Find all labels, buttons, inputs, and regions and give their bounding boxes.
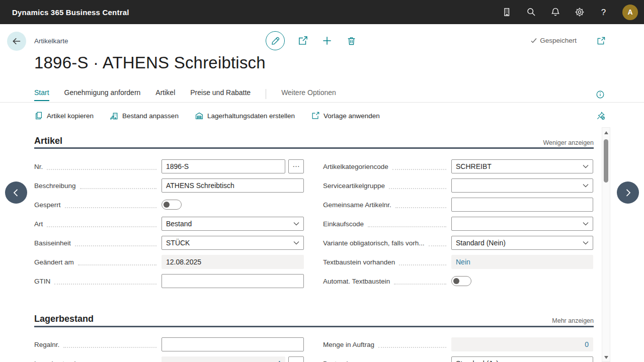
dotted-leader — [75, 239, 156, 246]
field-label: Bestandswarnung — [323, 360, 377, 362]
dotted-leader — [80, 182, 156, 189]
action-label: Lagerhaltungsdaten erstellen — [207, 112, 295, 120]
tab-genehmigung-anfordern[interactable]: Genehmigung anfordern — [64, 88, 141, 100]
field-label: Art — [34, 220, 43, 228]
field-row-beschreibung: Beschreibung — [34, 178, 304, 193]
dotted-leader — [399, 258, 446, 265]
gesperrt-toggle[interactable] — [162, 200, 182, 210]
einkaufscode-select[interactable] — [451, 217, 593, 231]
section-rule — [34, 147, 594, 149]
field-label: Textbaustein vorhanden — [323, 258, 395, 266]
field-label: Geändert am — [34, 258, 74, 266]
field-row-geaendert-am: Geändert am 12.08.2025 — [34, 255, 304, 269]
lagerbestand-field: 4 — [162, 356, 285, 362]
company-icon[interactable] — [502, 7, 512, 18]
dotted-leader — [54, 278, 156, 285]
textbaustein-vorhanden-value[interactable]: Nein — [456, 258, 470, 266]
dotted-leader — [394, 278, 446, 285]
action-vorlage-anwenden[interactable]: Vorlage anwenden — [311, 111, 380, 120]
field-label: Menge in Auftrag — [323, 341, 374, 348]
regalnr-input[interactable] — [162, 337, 304, 351]
unpin-icon[interactable] — [596, 111, 605, 120]
delete-trash-icon[interactable] — [345, 35, 357, 47]
search-icon[interactable] — [526, 7, 536, 18]
next-record-button[interactable] — [617, 182, 639, 204]
basiseinheit-select[interactable]: STÜCK — [162, 236, 304, 250]
edit-pencil-button[interactable] — [266, 31, 285, 50]
chevron-down-icon — [583, 222, 589, 226]
dotted-leader — [65, 201, 156, 208]
action-label: Bestand anpassen — [122, 112, 179, 120]
scroll-down-arrow[interactable] — [604, 356, 608, 359]
field-label: Variante obligatorisch, falls vorh... — [323, 239, 425, 247]
new-plus-icon[interactable] — [321, 35, 333, 47]
avatar[interactable]: A — [622, 5, 638, 20]
dotted-leader — [368, 220, 446, 227]
section-title-artikel[interactable]: Artikel — [34, 136, 62, 146]
info-icon[interactable] — [596, 90, 605, 99]
scrollbar-thumb[interactable] — [604, 139, 608, 183]
weniger-anzeigen-link[interactable]: Weniger anzeigen — [543, 139, 594, 146]
action-artikel-kopieren[interactable]: Artikel kopieren — [34, 111, 94, 120]
section-rule — [34, 326, 594, 327]
artikelkategoriencode-select[interactable]: SCHREIBT — [451, 159, 593, 173]
breadcrumb[interactable]: Artikelkarte — [34, 37, 68, 45]
dotted-leader — [392, 163, 446, 170]
adjust-inventory-icon — [110, 111, 119, 120]
variante-obligatorisch-select[interactable]: Standard (Nein) — [451, 236, 593, 250]
chevron-down-icon — [583, 164, 589, 168]
dotted-leader — [378, 341, 446, 348]
chevron-down-icon — [583, 241, 589, 245]
scroll-up-arrow[interactable] — [604, 131, 608, 134]
field-label: Serviceartikelgruppe — [323, 182, 385, 190]
serviceartikelgruppe-select[interactable] — [451, 178, 593, 193]
mehr-anzeigen-link[interactable]: Mehr anzeigen — [552, 317, 594, 324]
action-label: Vorlage anwenden — [324, 112, 380, 120]
field-row-gtin: GTIN — [34, 274, 304, 288]
save-status: Gespeichert — [530, 37, 577, 44]
lagerbestand-value[interactable]: 4 — [277, 359, 281, 362]
assist-edit-button[interactable]: … — [288, 356, 304, 362]
notifications-bell-icon[interactable] — [550, 7, 560, 18]
beschreibung-input[interactable] — [162, 178, 304, 193]
dotted-leader — [429, 239, 446, 246]
menge-in-auftrag-field: 0 — [451, 337, 593, 351]
bestandswarnung-select[interactable]: Standard (Ja) — [451, 356, 593, 362]
field-row-basiseinheit: Basiseinheit STÜCK — [34, 236, 304, 250]
check-icon — [530, 37, 537, 44]
dotted-leader — [389, 182, 446, 189]
section-title-lagerbestand[interactable]: Lagerbestand — [34, 314, 94, 324]
copy-icon — [34, 111, 43, 120]
automat-textbaustein-toggle[interactable] — [451, 276, 471, 286]
chevron-down-icon — [293, 241, 299, 245]
action-lagerhaltungsdaten-erstellen[interactable]: Lagerhaltungsdaten erstellen — [195, 111, 295, 120]
gtin-input[interactable] — [162, 274, 304, 288]
tab-artikel[interactable]: Artikel — [155, 88, 175, 100]
vertical-scrollbar[interactable] — [602, 127, 610, 362]
tab-preise-und-rabatte[interactable]: Preise und Rabatte — [190, 88, 251, 100]
assist-edit-button[interactable]: … — [288, 159, 304, 173]
field-row-bestandswarnung: Bestandswarnung Standard (Ja) — [323, 356, 593, 362]
action-bestand-anpassen[interactable]: Bestand anpassen — [110, 111, 179, 120]
art-select[interactable]: Bestand — [162, 217, 304, 231]
back-button[interactable] — [7, 32, 26, 51]
nr-input[interactable] — [162, 159, 285, 173]
gemeinsame-artikelnr-input[interactable] — [451, 198, 593, 212]
save-status-label: Gespeichert — [540, 37, 577, 44]
tab-start[interactable]: Start — [34, 88, 49, 101]
field-row-nr: Nr. … — [34, 159, 304, 173]
previous-record-button[interactable] — [5, 182, 27, 204]
dotted-leader — [47, 163, 156, 170]
field-row-menge-in-auftrag: Menge in Auftrag 0 — [323, 337, 593, 351]
share-icon[interactable] — [297, 35, 309, 47]
field-label: Automat. Textbaustein — [323, 278, 390, 285]
tab-weitere-optionen[interactable]: Weitere Optionen — [281, 88, 336, 100]
dotted-leader — [381, 360, 446, 362]
open-in-new-window-icon[interactable] — [596, 36, 606, 46]
menge-in-auftrag-value[interactable]: 0 — [585, 340, 589, 348]
chevron-right-icon — [623, 188, 633, 198]
field-row-art: Art Bestand — [34, 217, 304, 231]
settings-gear-icon[interactable] — [574, 7, 585, 18]
help-icon[interactable]: ? — [598, 7, 609, 18]
top-bar: Dynamics 365 Business Central ? A — [0, 0, 644, 24]
